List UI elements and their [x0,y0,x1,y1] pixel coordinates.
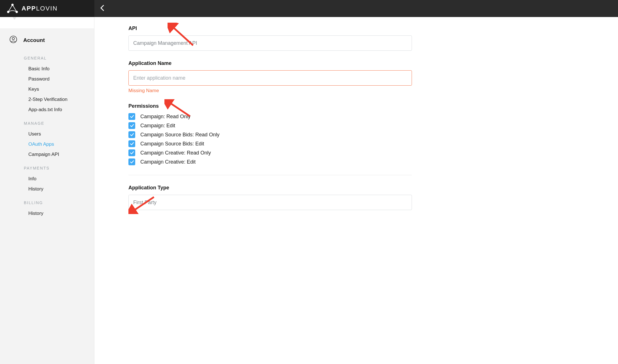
sidebar-item-bill-history[interactable]: History [0,208,94,219]
sidebar-item-oauth[interactable]: OAuth Apps [0,139,94,149]
permission-label: Campaign Source Bids: Edit [140,141,204,147]
sidebar-group-label: PAYMENTS [0,160,94,174]
sidebar-item-campaign-api[interactable]: Campaign API [0,149,94,160]
main-content: API Campaign Management API Application … [94,17,618,364]
permission-checkbox[interactable] [128,131,135,138]
sidebar-item-pay-history[interactable]: History [0,184,94,194]
app-name-input[interactable] [133,71,407,85]
field-api: API Campaign Management API [128,26,618,51]
field-label-permissions: Permissions [128,103,618,109]
sidebar-item-keys[interactable]: Keys [0,84,94,94]
field-app-name: Application Name Missing Name [128,60,618,94]
app-type-select[interactable]: First Party [128,195,412,210]
sidebar-section-account[interactable]: Account [0,28,94,50]
field-label-app-name: Application Name [128,60,618,66]
section-divider [128,175,412,175]
api-select-value: Campaign Management API [133,40,197,46]
permission-label: Campaign: Read Only [140,114,191,120]
permission-row: Campaign: Read Only [128,113,618,120]
sidebar-item-2step[interactable]: 2-Step Verification [0,94,94,105]
sidebar-group-label: GENERAL [0,50,94,64]
field-permissions: Permissions Campaign: Read OnlyCampaign:… [128,103,618,165]
permission-checkbox[interactable] [128,149,135,156]
svg-point-7 [12,37,14,40]
sidebar-group-label: BILLING [0,194,94,208]
permission-label: Campaign Source Bids: Read Only [140,132,219,138]
permission-row: Campaign Creative: Edit [128,158,618,165]
field-label-app-type: Application Type [128,185,618,191]
field-app-type: Application Type First Party [128,185,618,210]
brand-logo-area: APPLOVIN [0,0,94,17]
app-name-error: Missing Name [128,88,618,94]
check-icon [130,151,134,155]
permission-row: Campaign Source Bids: Edit [128,140,618,147]
svg-marker-5 [10,17,18,20]
sidebar-item-users[interactable]: Users [0,129,94,139]
permission-row: Campaign Creative: Read Only [128,149,618,156]
check-icon [130,124,134,127]
permission-checkbox[interactable] [128,122,135,129]
sidebar-item-basic-info[interactable]: Basic Info [0,64,94,74]
sidebar: Account GENERALBasic InfoPasswordKeys2-S… [0,17,94,364]
check-icon [130,115,134,118]
check-icon [130,133,134,136]
sidebar-top-strip [0,17,94,28]
app-name-input-wrap [128,70,412,86]
app-type-select-value: First Party [133,200,156,206]
topbar: APPLOVIN [0,0,618,17]
back-button[interactable] [100,5,104,12]
brand-name: APPLOVIN [22,5,58,12]
permission-row: Campaign: Edit [128,122,618,129]
check-icon [130,142,134,145]
field-label-api: API [128,26,618,31]
permission-label: Campaign Creative: Edit [140,159,196,165]
sidebar-item-pay-info[interactable]: Info [0,174,94,184]
brand-logo-icon [7,4,18,13]
permission-checkbox[interactable] [128,158,135,165]
sidebar-item-password[interactable]: Password [0,74,94,84]
chevron-left-icon [100,5,104,11]
user-icon [10,36,17,45]
api-select[interactable]: Campaign Management API [128,35,412,51]
permission-row: Campaign Source Bids: Read Only [128,131,618,138]
permission-label: Campaign: Edit [140,123,175,129]
sidebar-account-label: Account [23,37,45,43]
sidebar-group-label: MANAGE [0,115,94,129]
permission-label: Campaign Creative: Read Only [140,150,211,156]
sidebar-item-appads[interactable]: App-ads.txt Info [0,105,94,115]
permission-checkbox[interactable] [128,140,135,147]
permission-checkbox[interactable] [128,113,135,120]
check-icon [130,160,134,164]
